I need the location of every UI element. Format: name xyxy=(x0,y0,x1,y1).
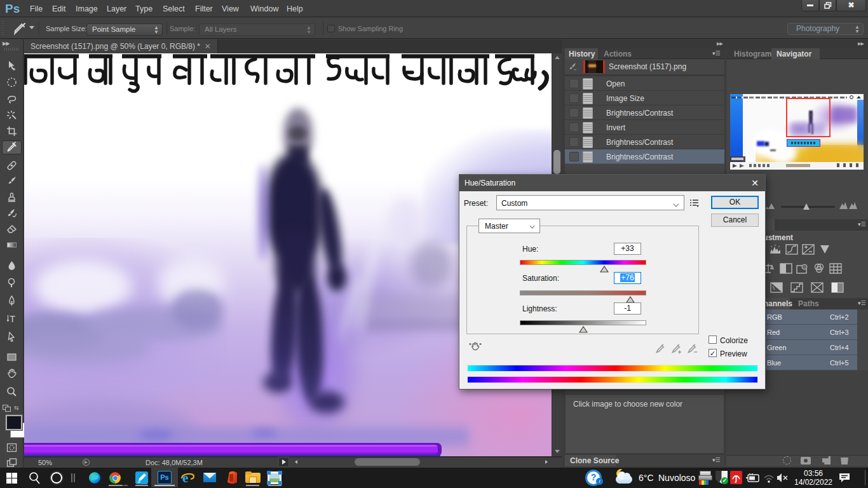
svg-text:T: T xyxy=(10,313,15,324)
svg-text:e: e xyxy=(182,471,188,485)
